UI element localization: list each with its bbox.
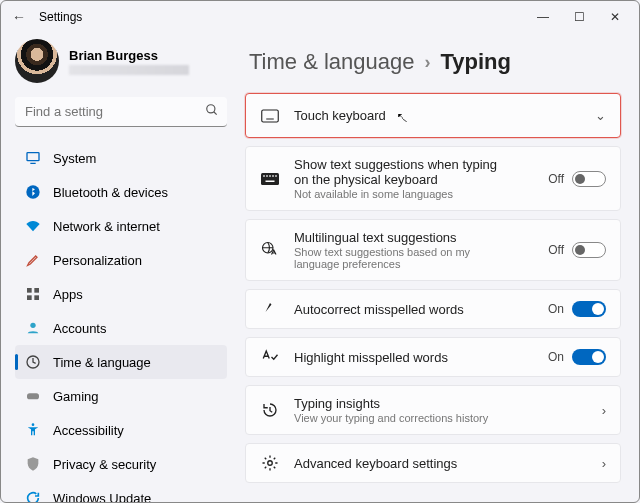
card-title: Highlight misspelled words bbox=[294, 350, 534, 365]
svg-rect-5 bbox=[27, 288, 32, 293]
search-box[interactable] bbox=[15, 97, 227, 127]
card-touch-keyboard[interactable]: Touch keyboard ⌄ ⭦ bbox=[245, 93, 621, 138]
card-subtitle: View your typing and corrections history bbox=[294, 412, 588, 424]
sidebar-item-label: Gaming bbox=[53, 389, 99, 404]
close-button[interactable]: ✕ bbox=[597, 10, 633, 24]
toggle-state: On bbox=[548, 350, 564, 364]
chevron-right-icon: › bbox=[425, 52, 431, 73]
search-icon bbox=[205, 103, 219, 117]
card-typing-insights[interactable]: Typing insights View your typing and cor… bbox=[245, 385, 621, 435]
brush-icon bbox=[25, 252, 41, 268]
shield-icon bbox=[25, 456, 41, 472]
svg-rect-25 bbox=[266, 180, 275, 182]
search-input[interactable] bbox=[15, 97, 227, 127]
sidebar-item-label: Apps bbox=[53, 287, 83, 302]
keyboard-solid-icon bbox=[260, 173, 280, 185]
back-button[interactable]: ← bbox=[7, 9, 31, 25]
card-title: Multilingual text suggestions bbox=[294, 230, 534, 245]
sidebar-item-label: Time & language bbox=[53, 355, 151, 370]
toggle-switch[interactable] bbox=[572, 242, 606, 258]
card-title: Advanced keyboard settings bbox=[294, 456, 588, 471]
card-subtitle: Show text suggestions based on my langua… bbox=[294, 246, 494, 270]
card-title: Show text suggestions when typing on the… bbox=[294, 157, 514, 187]
sidebar-item-system[interactable]: System bbox=[15, 141, 227, 175]
svg-point-12 bbox=[32, 423, 35, 426]
wifi-icon bbox=[25, 218, 41, 234]
user-block[interactable]: Brian Burgess bbox=[15, 39, 227, 83]
bluetooth-icon bbox=[25, 184, 41, 200]
toggle-state: Off bbox=[548, 172, 564, 186]
svg-rect-11 bbox=[27, 393, 39, 399]
breadcrumb-parent[interactable]: Time & language bbox=[249, 49, 415, 75]
sidebar-item-accessibility[interactable]: Accessibility bbox=[15, 413, 227, 447]
sidebar-item-update[interactable]: Windows Update bbox=[15, 481, 227, 503]
chevron-right-icon: › bbox=[602, 403, 606, 418]
svg-rect-20 bbox=[263, 175, 265, 177]
titlebar: ← Settings — ☐ ✕ bbox=[1, 1, 639, 33]
card-title: Autocorrect misspelled words bbox=[294, 302, 534, 317]
svg-rect-8 bbox=[34, 295, 39, 300]
monitor-icon bbox=[25, 150, 41, 166]
card-autocorrect[interactable]: Autocorrect misspelled words On bbox=[245, 289, 621, 329]
gamepad-icon bbox=[25, 388, 41, 404]
sidebar: Brian Burgess System Bluetooth & devices… bbox=[1, 33, 237, 502]
accessibility-icon bbox=[25, 422, 41, 438]
svg-rect-22 bbox=[269, 175, 271, 177]
card-title: Typing insights bbox=[294, 396, 588, 411]
card-highlight-misspelled[interactable]: Highlight misspelled words On bbox=[245, 337, 621, 377]
svg-rect-21 bbox=[266, 175, 268, 177]
breadcrumb: Time & language › Typing bbox=[249, 49, 621, 75]
card-subtitle: Not available in some languages bbox=[294, 188, 534, 200]
sidebar-item-label: Windows Update bbox=[53, 491, 151, 504]
sidebar-item-network[interactable]: Network & internet bbox=[15, 209, 227, 243]
sidebar-item-label: Accessibility bbox=[53, 423, 124, 438]
svg-rect-24 bbox=[275, 175, 277, 177]
sidebar-item-personalization[interactable]: Personalization bbox=[15, 243, 227, 277]
svg-line-1 bbox=[214, 112, 217, 115]
sidebar-item-label: Accounts bbox=[53, 321, 106, 336]
sidebar-item-apps[interactable]: Apps bbox=[15, 277, 227, 311]
window-title: Settings bbox=[39, 10, 82, 24]
globe-text-icon bbox=[260, 241, 280, 259]
main-content: Time & language › Typing Touch keyboard … bbox=[237, 33, 639, 502]
page-title: Typing bbox=[441, 49, 511, 75]
toggle-state: On bbox=[548, 302, 564, 316]
avatar bbox=[15, 39, 59, 83]
card-multilingual[interactable]: Multilingual text suggestions Show text … bbox=[245, 219, 621, 281]
keyboard-icon bbox=[260, 109, 280, 123]
update-icon bbox=[25, 490, 41, 503]
spellcheck-icon bbox=[260, 348, 280, 366]
sidebar-item-accounts[interactable]: Accounts bbox=[15, 311, 227, 345]
chevron-right-icon: › bbox=[602, 456, 606, 471]
history-icon bbox=[260, 401, 280, 419]
sidebar-item-label: Network & internet bbox=[53, 219, 160, 234]
card-advanced-keyboard[interactable]: Advanced keyboard settings › bbox=[245, 443, 621, 483]
card-physical-suggestions[interactable]: Show text suggestions when typing on the… bbox=[245, 146, 621, 211]
apps-icon bbox=[25, 286, 41, 302]
sidebar-item-privacy[interactable]: Privacy & security bbox=[15, 447, 227, 481]
sidebar-item-label: Privacy & security bbox=[53, 457, 156, 472]
sidebar-item-label: System bbox=[53, 151, 96, 166]
toggle-switch[interactable] bbox=[572, 301, 606, 317]
svg-rect-13 bbox=[262, 110, 279, 122]
svg-point-27 bbox=[268, 461, 273, 466]
card-title: Touch keyboard bbox=[294, 108, 581, 123]
sparkle-icon bbox=[260, 300, 280, 318]
user-name: Brian Burgess bbox=[69, 48, 189, 63]
gear-icon bbox=[260, 454, 280, 472]
svg-point-0 bbox=[207, 105, 215, 113]
svg-point-9 bbox=[30, 323, 35, 328]
person-icon bbox=[25, 320, 41, 336]
toggle-switch[interactable] bbox=[572, 171, 606, 187]
sidebar-item-time-language[interactable]: Time & language bbox=[15, 345, 227, 379]
svg-rect-23 bbox=[272, 175, 274, 177]
sidebar-item-bluetooth[interactable]: Bluetooth & devices bbox=[15, 175, 227, 209]
maximize-button[interactable]: ☐ bbox=[561, 10, 597, 24]
sidebar-item-gaming[interactable]: Gaming bbox=[15, 379, 227, 413]
minimize-button[interactable]: — bbox=[525, 10, 561, 24]
toggle-switch[interactable] bbox=[572, 349, 606, 365]
sidebar-item-label: Bluetooth & devices bbox=[53, 185, 168, 200]
svg-rect-2 bbox=[27, 153, 39, 161]
svg-rect-19 bbox=[261, 173, 279, 185]
toggle-state: Off bbox=[548, 243, 564, 257]
